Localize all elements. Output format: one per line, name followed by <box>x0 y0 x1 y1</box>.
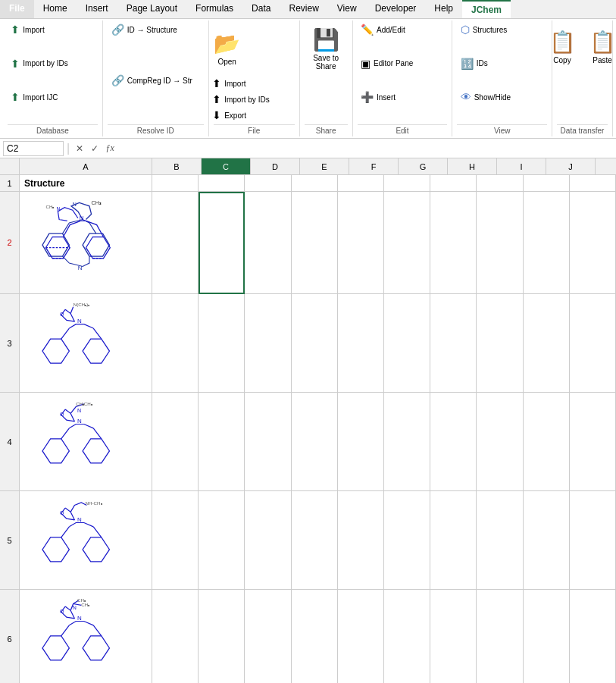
cell-d6[interactable] <box>245 590 291 683</box>
cell-i2[interactable] <box>477 192 523 294</box>
cell-d1[interactable] <box>245 175 291 192</box>
tab-jchem[interactable]: JChem <box>462 0 511 18</box>
corner-cell[interactable] <box>0 158 20 175</box>
tab-review[interactable]: Review <box>280 0 327 18</box>
cell-k4[interactable] <box>570 393 616 491</box>
cell-h6[interactable] <box>430 590 477 683</box>
cell-i4[interactable] <box>477 393 523 491</box>
cell-k6[interactable] <box>570 590 616 683</box>
tab-formulas[interactable]: Formulas <box>186 0 242 18</box>
col-header-k[interactable]: K <box>596 158 616 175</box>
cell-b4[interactable] <box>152 393 199 491</box>
cell-j6[interactable] <box>524 590 570 683</box>
col-header-e[interactable]: E <box>300 158 349 175</box>
cell-b3[interactable] <box>152 294 199 393</box>
col-header-h[interactable]: H <box>448 158 497 175</box>
cell-a1[interactable]: Structure <box>20 175 152 192</box>
cell-c6[interactable] <box>199 590 245 683</box>
cell-h4[interactable] <box>430 393 477 491</box>
import-ijc-button[interactable]: ⬆ Import IJC <box>7 89 98 105</box>
cell-c3[interactable] <box>199 294 245 393</box>
cell-j1[interactable] <box>524 175 570 192</box>
file-import-button[interactable]: ⬆ Import <box>208 76 299 91</box>
cell-d2[interactable] <box>245 192 291 294</box>
col-header-g[interactable]: G <box>399 158 448 175</box>
cell-f1[interactable] <box>338 175 384 192</box>
show-hide-button[interactable]: 👁 Show/Hide <box>457 89 548 105</box>
formula-input[interactable] <box>120 142 613 155</box>
cell-c4[interactable] <box>199 393 245 491</box>
col-header-j[interactable]: J <box>546 158 596 175</box>
file-import-by-ids-button[interactable]: ⬆ Import by IDs <box>208 92 299 107</box>
cell-f5[interactable] <box>338 491 384 590</box>
cell-b1[interactable] <box>152 175 199 192</box>
cell-g6[interactable] <box>384 590 430 683</box>
cell-d3[interactable] <box>245 294 291 393</box>
tab-view[interactable]: View <box>328 0 366 18</box>
col-header-b[interactable]: B <box>152 158 202 175</box>
row-header-1[interactable]: 1 <box>0 175 20 192</box>
tab-data[interactable]: Data <box>242 0 280 18</box>
cell-e6[interactable] <box>292 590 338 683</box>
cell-a6[interactable]: N O CH₃ CH₃ N <box>20 590 152 683</box>
cell-f2[interactable] <box>338 192 384 294</box>
import-by-ids-button[interactable]: ⬆ Import by IDs <box>7 56 98 71</box>
cell-c2[interactable] <box>199 192 245 294</box>
cell-b5[interactable] <box>152 491 199 590</box>
file-export-button[interactable]: ⬇ Export <box>208 108 299 123</box>
name-box[interactable] <box>3 141 64 156</box>
cell-g2[interactable] <box>384 192 430 294</box>
cell-c1[interactable] <box>199 175 245 192</box>
col-header-d[interactable]: D <box>251 158 300 175</box>
formula-cancel-button[interactable]: ✕ <box>73 142 86 155</box>
ids-button[interactable]: 🔢 IDs <box>457 56 548 71</box>
cell-g5[interactable] <box>384 491 430 590</box>
cell-a2[interactable]: N N CH₃ <box>20 192 152 294</box>
cell-h3[interactable] <box>430 294 477 393</box>
structures-button[interactable]: ⬡ Structures <box>457 22 548 37</box>
cell-j5[interactable] <box>524 491 570 590</box>
formula-fx-button[interactable]: ƒx <box>103 142 117 155</box>
row-header-5[interactable]: 5 <box>0 491 20 590</box>
cell-a5[interactable]: N O NH-CH₃ <box>20 491 152 590</box>
cell-f6[interactable] <box>338 590 384 683</box>
cell-h1[interactable] <box>430 175 477 192</box>
tab-home[interactable]: Home <box>34 0 77 18</box>
cell-a4[interactable]: N O CH₃ CH₃ N <box>20 393 152 491</box>
cell-j3[interactable] <box>524 294 570 393</box>
cell-h5[interactable] <box>430 491 477 590</box>
cell-j4[interactable] <box>524 393 570 491</box>
cell-g4[interactable] <box>384 393 430 491</box>
cell-k5[interactable] <box>570 491 616 590</box>
cell-k3[interactable] <box>570 294 616 393</box>
col-header-f[interactable]: F <box>349 158 399 175</box>
cell-d4[interactable] <box>245 393 291 491</box>
cell-f3[interactable] <box>338 294 384 393</box>
cell-b2[interactable] <box>152 192 199 294</box>
add-edit-button[interactable]: ✏️ Add/Edit <box>357 22 448 37</box>
cell-h2[interactable] <box>430 192 477 294</box>
save-to-share-button[interactable]: 💾 Save to Share <box>305 22 347 75</box>
editor-pane-button[interactable]: ▣ Editor Pane <box>357 56 448 71</box>
tab-help[interactable]: Help <box>425 0 462 18</box>
cell-f4[interactable] <box>338 393 384 491</box>
cell-j2[interactable] <box>524 192 570 294</box>
cell-g3[interactable] <box>384 294 430 393</box>
tab-insert[interactable]: Insert <box>77 0 117 18</box>
col-header-c[interactable]: C <box>202 158 251 175</box>
col-header-i[interactable]: I <box>497 158 546 175</box>
cell-c5[interactable] <box>199 491 245 590</box>
cell-e4[interactable] <box>292 393 338 491</box>
cell-i3[interactable] <box>477 294 523 393</box>
cell-g1[interactable] <box>384 175 430 192</box>
cell-i6[interactable] <box>477 590 523 683</box>
row-header-3[interactable]: 3 <box>0 294 20 393</box>
cell-k1[interactable] <box>570 175 616 192</box>
cell-e1[interactable] <box>292 175 338 192</box>
tab-page-layout[interactable]: Page Layout <box>117 0 186 18</box>
compreg-id-button[interactable]: 🔗 CompReg ID → Str <box>108 73 199 88</box>
cell-a3[interactable]: N O N(CH₃)₂ <box>20 294 152 393</box>
cell-e3[interactable] <box>292 294 338 393</box>
tab-developer[interactable]: Developer <box>366 0 426 18</box>
row-header-4[interactable]: 4 <box>0 393 20 491</box>
